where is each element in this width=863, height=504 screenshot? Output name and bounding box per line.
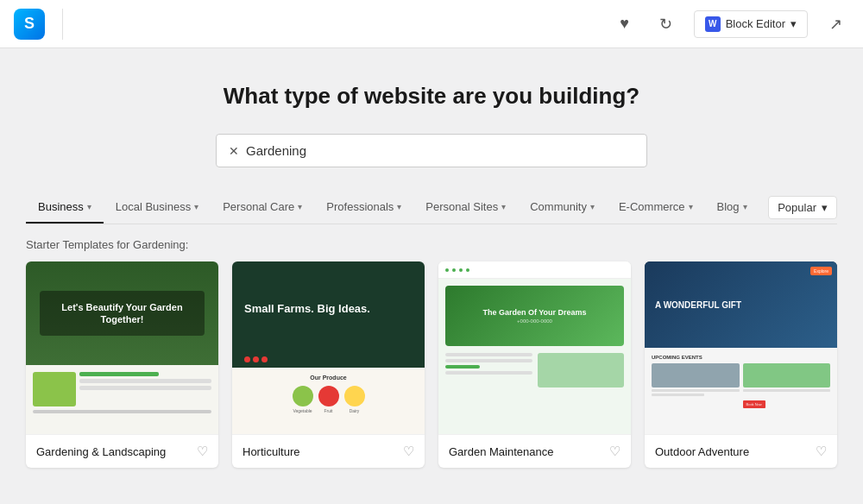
sort-dropdown[interactable]: Popular ▾: [768, 196, 837, 219]
external-link-button[interactable]: ↗: [822, 10, 849, 38]
template-name-1: Gardening & Landscaping: [36, 445, 166, 458]
search-wrapper: ✕: [216, 134, 647, 167]
adventure-badge: Explore: [810, 267, 832, 275]
tab-personal-sites[interactable]: Personal Sites ▾: [413, 192, 518, 224]
template-card-footer-4: Outdoor Adventure ♡: [645, 434, 837, 468]
external-link-icon: ↗: [829, 15, 842, 34]
heart-icon: ♥: [620, 15, 629, 33]
tabs-container: Business ▾ Local Business ▾ Personal Car…: [26, 192, 837, 224]
template-heart-button-4[interactable]: ♡: [816, 444, 827, 459]
template-card-3[interactable]: The Garden Of Your Dreams +000-000-0000: [438, 261, 631, 468]
refresh-button[interactable]: ↻: [652, 10, 680, 38]
preview-3-title: The Garden Of Your Dreams: [482, 308, 586, 318]
templates-grid: Let's Beautify Your Garden Together!: [26, 261, 837, 468]
chevron-down-icon: ▾: [298, 202, 302, 211]
search-clear-button[interactable]: ✕: [229, 144, 239, 158]
refresh-icon: ↻: [659, 15, 672, 34]
template-heart-button-2[interactable]: ♡: [403, 444, 414, 459]
tab-personal-care[interactable]: Personal Care ▾: [211, 192, 314, 224]
tab-community[interactable]: Community ▾: [518, 192, 607, 224]
produce-label: Our Produce: [239, 375, 418, 381]
template-card-4[interactable]: Explore A WONDERFUL GIFT UPCOMING EVENTS: [645, 261, 837, 468]
chevron-down-icon: ▾: [194, 202, 198, 211]
chevron-down-icon: ▾: [501, 202, 506, 211]
template-card-footer-1: Gardening & Landscaping ♡: [26, 434, 218, 468]
template-preview-1: Let's Beautify Your Garden Together!: [26, 261, 218, 434]
template-name-3: Garden Maintenance: [449, 445, 553, 458]
template-card-footer-2: Horticulture ♡: [232, 434, 425, 468]
header-divider: [62, 9, 63, 40]
tab-business[interactable]: Business ▾: [26, 192, 104, 224]
header-right: ♥ ↻ W Block Editor ▾ ↗: [611, 10, 849, 38]
wordpress-icon: W: [705, 16, 721, 32]
chevron-down-icon: ▾: [791, 17, 797, 30]
page-title: What type of website are you building?: [26, 83, 837, 110]
logo-icon: S: [14, 9, 45, 40]
preview-2-title: Small Farms. Big Ideas.: [244, 302, 370, 317]
template-preview-3: The Garden Of Your Dreams +000-000-0000: [438, 261, 631, 434]
preview-1-title: Let's Beautify Your Garden Together!: [50, 301, 194, 326]
chevron-down-icon: ▾: [689, 202, 693, 211]
preview-4-title: A WONDERFUL GIFT: [655, 299, 741, 311]
template-card-1[interactable]: Let's Beautify Your Garden Together!: [26, 261, 218, 468]
template-name-4: Outdoor Adventure: [655, 445, 749, 458]
search-input[interactable]: [246, 143, 634, 158]
template-card-2[interactable]: Small Farms. Big Ideas. Our Produce Vege…: [232, 261, 425, 468]
template-heart-button-3[interactable]: ♡: [609, 444, 620, 459]
template-preview-2: Small Farms. Big Ideas. Our Produce Vege…: [232, 261, 425, 434]
tab-local-business[interactable]: Local Business ▾: [104, 192, 211, 224]
header-left: S: [14, 9, 70, 40]
sort-chevron-icon: ▾: [822, 201, 828, 214]
tab-ecommerce[interactable]: E-Commerce ▾: [607, 192, 705, 224]
block-editor-label: Block Editor: [726, 17, 785, 30]
template-preview-4: Explore A WONDERFUL GIFT UPCOMING EVENTS: [645, 261, 837, 434]
template-card-footer-3: Garden Maintenance ♡: [438, 434, 631, 468]
heart-button[interactable]: ♥: [611, 10, 639, 38]
template-heart-button-1[interactable]: ♡: [197, 444, 208, 459]
chevron-down-icon: ▾: [743, 202, 747, 211]
tab-professionals[interactable]: Professionals ▾: [314, 192, 413, 224]
template-name-2: Horticulture: [243, 445, 299, 458]
chevron-down-icon: ▾: [590, 202, 595, 211]
block-editor-button[interactable]: W Block Editor ▾: [694, 10, 808, 38]
tab-blog[interactable]: Blog ▾: [705, 192, 759, 224]
search-container: ✕: [216, 134, 647, 167]
main-content: What type of website are you building? ✕…: [0, 48, 863, 485]
chevron-down-icon: ▾: [87, 202, 91, 211]
tabs-list: Business ▾ Local Business ▾ Personal Car…: [26, 192, 759, 224]
header: S ♥ ↻ W Block Editor ▾ ↗: [0, 0, 863, 48]
sort-label: Popular: [778, 201, 816, 214]
starter-templates-label: Starter Templates for Gardening:: [26, 238, 837, 251]
chevron-down-icon: ▾: [397, 202, 401, 211]
